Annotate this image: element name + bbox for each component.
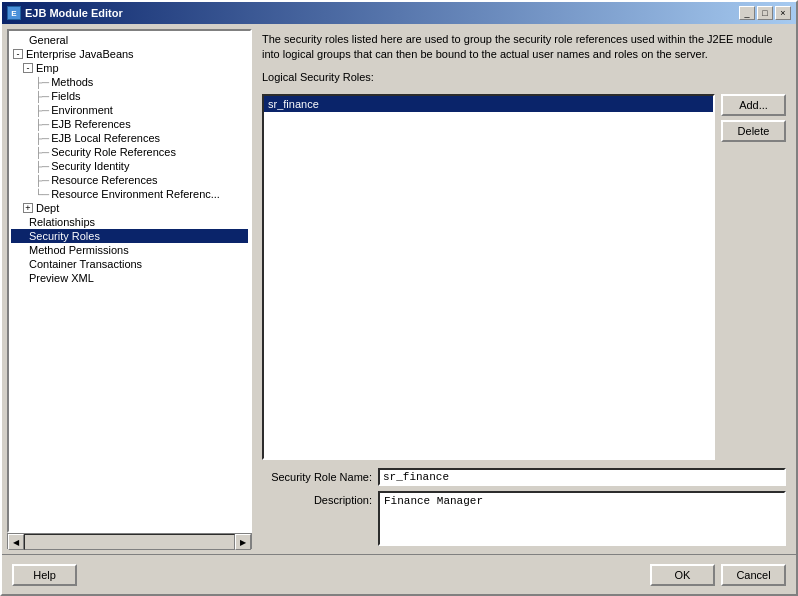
tree-item-container-transactions[interactable]: Container Transactions: [11, 257, 248, 271]
tree-label-security-roles: Security Roles: [29, 230, 100, 242]
tree-item-resource-references[interactable]: ├─ Resource References: [11, 173, 248, 187]
security-role-name-label: Security Role Name:: [262, 471, 372, 483]
maximize-button[interactable]: □: [757, 6, 773, 20]
description-text: The security roles listed here are used …: [262, 32, 786, 63]
app-icon: E: [7, 6, 21, 20]
bottom-panel: Help OK Cancel: [2, 554, 796, 594]
ejb-module-editor-window: E EJB Module Editor _ □ × General: [0, 0, 798, 596]
cancel-button[interactable]: Cancel: [721, 564, 786, 586]
tree-item-ejb-local-references[interactable]: ├─ EJB Local References: [11, 131, 248, 145]
ok-button[interactable]: OK: [650, 564, 715, 586]
tree-item-enterprise-javabeans[interactable]: - Enterprise JavaBeans: [11, 47, 248, 61]
tree-item-emp[interactable]: - Emp: [11, 61, 248, 75]
left-panel-wrapper: General - Enterprise JavaBeans - Emp: [7, 29, 252, 549]
role-item-sr-finance[interactable]: sr_finance: [264, 96, 713, 112]
tree-label-dept: Dept: [36, 202, 59, 214]
delete-button[interactable]: Delete: [721, 120, 786, 142]
tree-connector: ├─: [35, 147, 49, 158]
tree-connector: ├─: [35, 91, 49, 102]
tree-item-ejb-references[interactable]: ├─ EJB References: [11, 117, 248, 131]
description-row: Description:: [262, 491, 786, 546]
main-content: General - Enterprise JavaBeans - Emp: [2, 24, 796, 554]
window-title: EJB Module Editor: [25, 7, 123, 19]
title-bar: E EJB Module Editor _ □ ×: [2, 2, 796, 24]
roles-buttons: Add... Delete: [721, 94, 786, 460]
expand-icon-ejb[interactable]: -: [13, 49, 23, 59]
tree-label-ejb-references: EJB References: [51, 118, 130, 130]
close-button[interactable]: ×: [775, 6, 791, 20]
scroll-right-button[interactable]: ▶: [235, 534, 251, 550]
tree-item-environment[interactable]: ├─ Environment: [11, 103, 248, 117]
tree-label-ejb-local-references: EJB Local References: [51, 132, 160, 144]
tree-item-method-permissions[interactable]: Method Permissions: [11, 243, 248, 257]
bottom-right: OK Cancel: [650, 564, 786, 586]
scroll-left-button[interactable]: ◀: [8, 534, 24, 550]
tree-label-methods: Methods: [51, 76, 93, 88]
tree-connector: ├─: [35, 175, 49, 186]
tree-item-security-identity[interactable]: ├─ Security Identity: [11, 159, 248, 173]
tree-item-methods[interactable]: ├─ Methods: [11, 75, 248, 89]
tree-label-security-identity: Security Identity: [51, 160, 129, 172]
form-area: Security Role Name: Description:: [262, 468, 786, 546]
security-role-name-input[interactable]: [378, 468, 786, 486]
title-bar-left: E EJB Module Editor: [7, 6, 123, 20]
tree-label-fields: Fields: [51, 90, 80, 102]
tree-item-relationships[interactable]: Relationships: [11, 215, 248, 229]
scroll-track[interactable]: [24, 534, 235, 550]
tree-label-security-role-references: Security Role References: [51, 146, 176, 158]
tree-item-fields[interactable]: ├─ Fields: [11, 89, 248, 103]
tree-label-emp: Emp: [36, 62, 59, 74]
tree-item-general[interactable]: General: [11, 33, 248, 47]
tree-connector: └─: [35, 189, 49, 200]
title-buttons: _ □ ×: [739, 6, 791, 20]
right-panel: The security roles listed here are used …: [252, 24, 796, 554]
logical-roles-label: Logical Security Roles:: [262, 71, 786, 83]
tree-view: General - Enterprise JavaBeans - Emp: [9, 31, 250, 287]
tree-label-method-permissions: Method Permissions: [29, 244, 129, 256]
tree-item-resource-env-references[interactable]: └─ Resource Environment Referenc...: [11, 187, 248, 201]
description-label: Description:: [262, 491, 372, 506]
tree-scrollbar[interactable]: ◀ ▶: [7, 533, 252, 549]
tree-connector: ├─: [35, 77, 49, 88]
tree-item-dept[interactable]: + Dept: [11, 201, 248, 215]
tree-connector: ├─: [35, 161, 49, 172]
roles-area: sr_finance Add... Delete: [262, 94, 786, 460]
tree-label-container-transactions: Container Transactions: [29, 258, 142, 270]
tree-connector: ├─: [35, 133, 49, 144]
tree-label-relationships: Relationships: [29, 216, 95, 228]
tree-label-resource-references: Resource References: [51, 174, 157, 186]
security-role-name-row: Security Role Name:: [262, 468, 786, 486]
tree-label-general: General: [29, 34, 68, 46]
add-button[interactable]: Add...: [721, 94, 786, 116]
tree-connector: ├─: [35, 119, 49, 130]
description-textarea[interactable]: [378, 491, 786, 546]
tree-panel[interactable]: General - Enterprise JavaBeans - Emp: [7, 29, 252, 533]
tree-label-resource-env-references: Resource Environment Referenc...: [51, 188, 220, 200]
tree-label-ejb: Enterprise JavaBeans: [26, 48, 134, 60]
expand-icon-emp[interactable]: -: [23, 63, 33, 73]
roles-list[interactable]: sr_finance: [262, 94, 715, 460]
tree-item-security-roles[interactable]: Security Roles: [11, 229, 248, 243]
tree-item-security-role-references[interactable]: ├─ Security Role References: [11, 145, 248, 159]
tree-connector: ├─: [35, 105, 49, 116]
tree-item-preview-xml[interactable]: Preview XML: [11, 271, 248, 285]
expand-icon-dept[interactable]: +: [23, 203, 33, 213]
tree-label-preview-xml: Preview XML: [29, 272, 94, 284]
bottom-left: Help: [12, 564, 77, 586]
help-button[interactable]: Help: [12, 564, 77, 586]
tree-label-environment: Environment: [51, 104, 113, 116]
minimize-button[interactable]: _: [739, 6, 755, 20]
